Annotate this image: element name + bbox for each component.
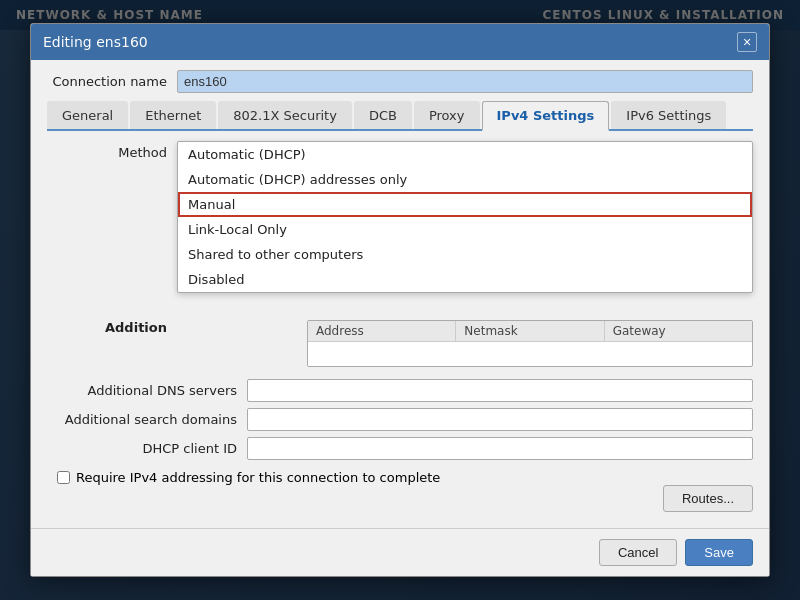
additional-section: Addition Address Netmask Gateway [47, 320, 753, 518]
dropdown-item-auto-dhcp-addr[interactable]: Automatic (DHCP) addresses only [178, 167, 752, 192]
tab-ipv6[interactable]: IPv6 Settings [611, 101, 726, 129]
cancel-button[interactable]: Cancel [599, 539, 677, 566]
dialog-titlebar: Editing ens160 × [31, 24, 769, 60]
dropdown-item-link-local[interactable]: Link-Local Only [178, 217, 752, 242]
dropdown-item-auto-dhcp[interactable]: Automatic (DHCP) [178, 142, 752, 167]
tab-802-1x[interactable]: 802.1X Security [218, 101, 352, 129]
routes-button[interactable]: Routes... [663, 485, 753, 512]
routes-area: Routes... [47, 485, 753, 518]
method-label: Method [47, 141, 177, 160]
tab-ipv4[interactable]: IPv4 Settings [482, 101, 610, 131]
dropdown-item-manual[interactable]: Manual [178, 192, 752, 217]
addr-col-gateway: Gateway [605, 321, 752, 341]
addresses-empty-row [308, 342, 752, 366]
save-button[interactable]: Save [685, 539, 753, 566]
tab-general[interactable]: General [47, 101, 128, 129]
dropdown-open: Automatic (DHCP) Automatic (DHCP) addres… [177, 141, 753, 293]
tab-dcb[interactable]: DCB [354, 101, 412, 129]
dropdown-item-shared[interactable]: Shared to other computers [178, 242, 752, 267]
dhcp-client-id-input[interactable] [247, 437, 753, 460]
dialog-overlay: Editing ens160 × Connection name General… [0, 0, 800, 600]
search-domains-row: Additional search domains [47, 408, 753, 431]
addr-col-netmask: Netmask [456, 321, 604, 341]
require-ipv4-checkbox[interactable] [57, 471, 70, 484]
require-ipv4-label: Require IPv4 addressing for this connect… [76, 470, 440, 485]
addresses-header: Address Netmask Gateway [308, 321, 752, 342]
close-button[interactable]: × [737, 32, 757, 52]
tab-content-ipv4: Method Automatic (DHCP) Automatic (DHCP)… [47, 141, 753, 518]
dns-servers-input[interactable] [247, 379, 753, 402]
tabs-bar: General Ethernet 802.1X Security DCB Pro… [47, 101, 753, 131]
additional-label: Addition [47, 320, 177, 335]
connection-name-label: Connection name [47, 74, 177, 89]
dialog-title: Editing ens160 [43, 34, 148, 50]
dhcp-client-id-row: DHCP client ID [47, 437, 753, 460]
addr-col-address: Address [308, 321, 456, 341]
tab-proxy[interactable]: Proxy [414, 101, 480, 129]
connection-name-row: Connection name [47, 70, 753, 93]
search-domains-input[interactable] [247, 408, 753, 431]
connection-name-input[interactable] [177, 70, 753, 93]
dns-servers-row: Additional DNS servers [47, 379, 753, 402]
dropdown-item-disabled[interactable]: Disabled [178, 267, 752, 292]
addresses-table: Address Netmask Gateway [307, 320, 753, 367]
tab-ethernet[interactable]: Ethernet [130, 101, 216, 129]
dialog-body: Connection name General Ethernet 802.1X … [31, 60, 769, 528]
dns-servers-label: Additional DNS servers [47, 383, 247, 398]
dhcp-client-id-label: DHCP client ID [47, 441, 247, 456]
method-row: Method Automatic (DHCP) Automatic (DHCP)… [47, 141, 753, 160]
addresses-row: Addition Address Netmask Gateway [47, 320, 753, 375]
require-ipv4-row: Require IPv4 addressing for this connect… [57, 470, 753, 485]
editing-dialog: Editing ens160 × Connection name General… [30, 23, 770, 577]
search-domains-label: Additional search domains [47, 412, 247, 427]
dialog-footer: Cancel Save [31, 528, 769, 576]
